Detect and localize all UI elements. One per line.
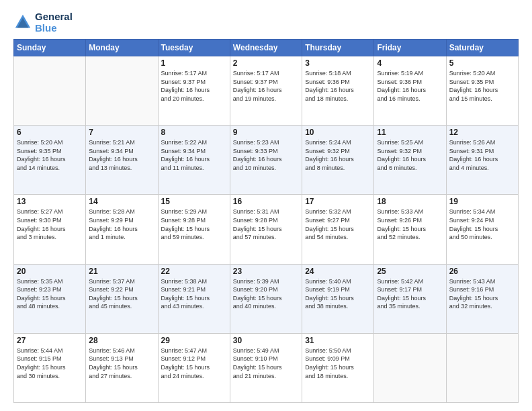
calendar-cell: 17Sunrise: 5:32 AM Sunset: 9:27 PM Dayli… xyxy=(302,195,374,264)
calendar-day-header: Thursday xyxy=(302,40,374,56)
calendar-cell: 25Sunrise: 5:42 AM Sunset: 9:17 PM Dayli… xyxy=(374,264,446,333)
calendar-cell: 4Sunrise: 5:19 AM Sunset: 9:36 PM Daylig… xyxy=(374,56,446,126)
day-number: 28 xyxy=(89,336,154,345)
calendar-cell xyxy=(14,56,86,126)
day-number: 22 xyxy=(161,267,227,276)
day-number: 7 xyxy=(89,128,154,137)
day-number: 12 xyxy=(449,128,515,137)
day-info: Sunrise: 5:42 AM Sunset: 9:17 PM Dayligh… xyxy=(377,277,443,311)
day-number: 19 xyxy=(449,197,515,206)
calendar-cell: 24Sunrise: 5:40 AM Sunset: 9:19 PM Dayli… xyxy=(302,264,374,333)
calendar-cell: 9Sunrise: 5:23 AM Sunset: 9:33 PM Daylig… xyxy=(230,126,302,195)
calendar-week-row: 13Sunrise: 5:27 AM Sunset: 9:30 PM Dayli… xyxy=(14,195,519,264)
calendar-table: SundayMondayTuesdayWednesdayThursdayFrid… xyxy=(13,39,519,403)
calendar-week-row: 6Sunrise: 5:20 AM Sunset: 9:35 PM Daylig… xyxy=(14,126,519,195)
day-info: Sunrise: 5:40 AM Sunset: 9:19 PM Dayligh… xyxy=(305,277,371,311)
calendar-cell: 16Sunrise: 5:31 AM Sunset: 9:28 PM Dayli… xyxy=(230,195,302,264)
calendar-cell: 10Sunrise: 5:24 AM Sunset: 9:32 PM Dayli… xyxy=(302,126,374,195)
calendar-cell: 7Sunrise: 5:21 AM Sunset: 9:34 PM Daylig… xyxy=(86,126,158,195)
calendar-cell: 6Sunrise: 5:20 AM Sunset: 9:35 PM Daylig… xyxy=(14,126,86,195)
calendar-cell: 14Sunrise: 5:28 AM Sunset: 9:29 PM Dayli… xyxy=(86,195,158,264)
calendar-cell: 30Sunrise: 5:49 AM Sunset: 9:10 PM Dayli… xyxy=(230,333,302,402)
calendar-cell: 27Sunrise: 5:44 AM Sunset: 9:15 PM Dayli… xyxy=(14,333,86,402)
day-info: Sunrise: 5:44 AM Sunset: 9:15 PM Dayligh… xyxy=(17,347,83,380)
page: General Blue SundayMondayTuesdayWednesda… xyxy=(0,0,532,411)
day-info: Sunrise: 5:28 AM Sunset: 9:29 PM Dayligh… xyxy=(89,208,154,241)
day-info: Sunrise: 5:33 AM Sunset: 9:26 PM Dayligh… xyxy=(377,208,443,241)
day-info: Sunrise: 5:18 AM Sunset: 9:36 PM Dayligh… xyxy=(305,69,371,103)
calendar-cell: 20Sunrise: 5:35 AM Sunset: 9:23 PM Dayli… xyxy=(14,264,86,333)
calendar-cell xyxy=(446,333,518,402)
day-info: Sunrise: 5:27 AM Sunset: 9:30 PM Dayligh… xyxy=(17,208,83,241)
day-info: Sunrise: 5:37 AM Sunset: 9:22 PM Dayligh… xyxy=(89,277,154,311)
day-info: Sunrise: 5:23 AM Sunset: 9:33 PM Dayligh… xyxy=(233,138,299,172)
calendar-cell: 15Sunrise: 5:29 AM Sunset: 9:28 PM Dayli… xyxy=(158,195,230,264)
calendar-week-row: 1Sunrise: 5:17 AM Sunset: 9:37 PM Daylig… xyxy=(14,56,519,126)
day-number: 18 xyxy=(377,197,443,206)
day-number: 1 xyxy=(161,58,227,68)
day-number: 29 xyxy=(161,336,227,345)
day-number: 20 xyxy=(17,267,83,276)
day-number: 10 xyxy=(305,128,371,137)
day-info: Sunrise: 5:29 AM Sunset: 9:28 PM Dayligh… xyxy=(161,208,227,241)
day-info: Sunrise: 5:38 AM Sunset: 9:21 PM Dayligh… xyxy=(161,277,227,311)
day-info: Sunrise: 5:47 AM Sunset: 9:12 PM Dayligh… xyxy=(161,347,227,380)
day-info: Sunrise: 5:25 AM Sunset: 9:32 PM Dayligh… xyxy=(377,138,443,172)
calendar-day-header: Wednesday xyxy=(230,40,302,56)
calendar-cell: 31Sunrise: 5:50 AM Sunset: 9:09 PM Dayli… xyxy=(302,333,374,402)
day-number: 5 xyxy=(449,58,515,68)
day-number: 9 xyxy=(233,128,299,137)
day-info: Sunrise: 5:24 AM Sunset: 9:32 PM Dayligh… xyxy=(305,138,371,172)
calendar-cell: 23Sunrise: 5:39 AM Sunset: 9:20 PM Dayli… xyxy=(230,264,302,333)
calendar-day-header: Tuesday xyxy=(158,40,230,56)
day-info: Sunrise: 5:50 AM Sunset: 9:09 PM Dayligh… xyxy=(305,347,371,380)
day-info: Sunrise: 5:31 AM Sunset: 9:28 PM Dayligh… xyxy=(233,208,299,241)
day-number: 3 xyxy=(305,58,371,68)
calendar-cell xyxy=(86,56,158,126)
day-info: Sunrise: 5:49 AM Sunset: 9:10 PM Dayligh… xyxy=(233,347,299,380)
calendar-day-header: Friday xyxy=(374,40,446,56)
calendar-cell: 29Sunrise: 5:47 AM Sunset: 9:12 PM Dayli… xyxy=(158,333,230,402)
day-number: 14 xyxy=(89,197,154,206)
day-number: 8 xyxy=(161,128,227,137)
day-number: 11 xyxy=(377,128,443,137)
calendar-cell: 2Sunrise: 5:17 AM Sunset: 9:37 PM Daylig… xyxy=(230,56,302,126)
logo: General Blue xyxy=(13,11,73,34)
day-info: Sunrise: 5:34 AM Sunset: 9:24 PM Dayligh… xyxy=(449,208,515,241)
calendar-cell: 8Sunrise: 5:22 AM Sunset: 9:34 PM Daylig… xyxy=(158,126,230,195)
calendar-day-header: Monday xyxy=(86,40,158,56)
day-number: 17 xyxy=(305,197,371,206)
day-number: 15 xyxy=(161,197,227,206)
day-number: 26 xyxy=(449,267,515,276)
day-number: 31 xyxy=(305,336,371,345)
calendar-cell xyxy=(374,333,446,402)
day-info: Sunrise: 5:17 AM Sunset: 9:37 PM Dayligh… xyxy=(161,69,227,103)
day-info: Sunrise: 5:43 AM Sunset: 9:16 PM Dayligh… xyxy=(449,277,515,311)
day-number: 23 xyxy=(233,267,299,276)
calendar-header-row: SundayMondayTuesdayWednesdayThursdayFrid… xyxy=(14,40,519,56)
day-number: 30 xyxy=(233,336,299,345)
day-info: Sunrise: 5:17 AM Sunset: 9:37 PM Dayligh… xyxy=(233,69,299,103)
day-number: 2 xyxy=(233,58,299,68)
day-info: Sunrise: 5:20 AM Sunset: 9:35 PM Dayligh… xyxy=(17,138,83,172)
calendar-day-header: Sunday xyxy=(14,40,86,56)
day-number: 24 xyxy=(305,267,371,276)
calendar-cell: 18Sunrise: 5:33 AM Sunset: 9:26 PM Dayli… xyxy=(374,195,446,264)
calendar-cell: 13Sunrise: 5:27 AM Sunset: 9:30 PM Dayli… xyxy=(14,195,86,264)
calendar-cell: 19Sunrise: 5:34 AM Sunset: 9:24 PM Dayli… xyxy=(446,195,518,264)
day-info: Sunrise: 5:39 AM Sunset: 9:20 PM Dayligh… xyxy=(233,277,299,311)
calendar-cell: 1Sunrise: 5:17 AM Sunset: 9:37 PM Daylig… xyxy=(158,56,230,126)
day-info: Sunrise: 5:22 AM Sunset: 9:34 PM Dayligh… xyxy=(161,138,227,172)
logo-text: General Blue xyxy=(35,11,73,34)
day-number: 16 xyxy=(233,197,299,206)
day-number: 4 xyxy=(377,58,443,68)
calendar-cell: 12Sunrise: 5:26 AM Sunset: 9:31 PM Dayli… xyxy=(446,126,518,195)
day-info: Sunrise: 5:20 AM Sunset: 9:35 PM Dayligh… xyxy=(449,69,515,103)
calendar-week-row: 27Sunrise: 5:44 AM Sunset: 9:15 PM Dayli… xyxy=(14,333,519,402)
day-info: Sunrise: 5:35 AM Sunset: 9:23 PM Dayligh… xyxy=(17,277,83,311)
day-info: Sunrise: 5:19 AM Sunset: 9:36 PM Dayligh… xyxy=(377,69,443,103)
day-number: 6 xyxy=(17,128,83,137)
logo-icon xyxy=(13,13,32,32)
calendar-week-row: 20Sunrise: 5:35 AM Sunset: 9:23 PM Dayli… xyxy=(14,264,519,333)
day-number: 13 xyxy=(17,197,83,206)
